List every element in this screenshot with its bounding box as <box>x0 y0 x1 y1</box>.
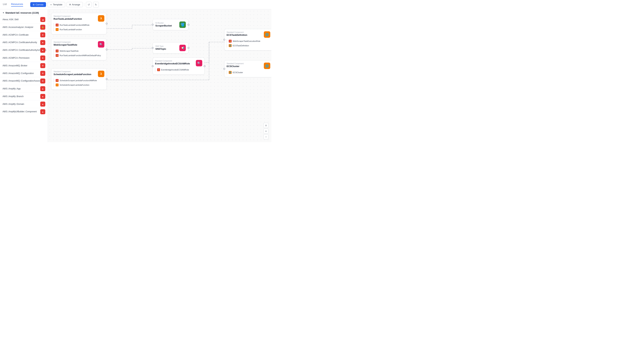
node-icon: 🔍 <box>98 41 104 47</box>
divider <box>84 3 84 6</box>
sidebar-item-alexa-ask-skill[interactable]: Alexa::ASK::Skill ☁ <box>0 15 48 23</box>
resource-icon: 🔒 <box>56 49 58 52</box>
toolbar: ⊞ Canvas ▭ Template ⊞ Arrange ↺ ↻ <box>30 2 99 7</box>
template-label: Template <box>53 3 62 6</box>
sidebar-item-icon: ★ <box>40 55 45 60</box>
node-title: ScheduleScraperLambdaFunction <box>54 73 82 76</box>
sidebar-item-amplify-app[interactable]: AWS::Amplify::App ▲ <box>0 85 48 92</box>
connector-dot-left <box>152 47 154 49</box>
node-s3-bucket[interactable]: S3 Bucket ScraperBucket 🪣 <box>153 19 188 30</box>
connector-dot-left <box>224 68 225 70</box>
resource-icon: λ <box>56 28 58 31</box>
node-resource: 🔒 WebScraperTaskRole <box>54 49 104 53</box>
sidebar-item-amazonmq-config-assoc[interactable]: AWS::AmazonMQ::ConfigurationAssociation … <box>0 77 48 85</box>
node-info: Standard Component WebScraperTaskRole <box>54 41 77 46</box>
node-icon: 🌐 <box>264 31 270 38</box>
resource-icon: 🌐 <box>229 71 232 74</box>
resource-label: ECSCluster <box>233 71 243 73</box>
template-button[interactable]: ▭ Template <box>48 2 65 7</box>
node-eventbridge-ecs-iam[interactable]: Standard Component EventbridgeInvokeECSI… <box>153 58 204 75</box>
sidebar-item-label: AWS::AmazonMQ::ConfigurationAssociation <box>2 80 35 82</box>
sidebar-item-label: AWS::Amplify::Branch <box>2 95 24 98</box>
node-icon: 🪣 <box>179 21 186 28</box>
sidebar-item-acmpca-ca[interactable]: AWS::ACMPCA::CertificateAuthority ★ <box>0 39 48 46</box>
sidebar-item-amplify-ui-builder[interactable]: AWS::AmplifyUIBuilder::Component ▲ <box>0 108 48 115</box>
sidebar-item-icon: ▲ <box>40 102 45 107</box>
node-title: RunTaskLambdaFunction <box>54 17 82 20</box>
node-header: Standard Component WebScraperTaskRole 🔍 <box>54 41 104 47</box>
sidebar-section-label: Standard IaC resources (1134) <box>5 11 39 14</box>
node-schedule-scraper-lambda[interactable]: Standard Component ScheduleScraperLambda… <box>51 68 107 90</box>
sidebar-item-icon: ★ <box>40 32 45 37</box>
canvas-icon: ⊞ <box>33 3 34 6</box>
sidebar-item-acmpca-permission[interactable]: AWS::ACMPCA::Permission ★ <box>0 54 48 62</box>
node-ecs-cluster[interactable]: Standard Component ECSCluster 🌐 🌐 ECSClu… <box>224 60 271 77</box>
node-resource: 🔒 ScheduleScraperLambdaFunctionIAMRole <box>54 78 104 82</box>
resource-label: EventbridgeInvokeECSIAMRole <box>161 69 189 71</box>
sidebar-item-amazonmq-config[interactable]: AWS::AmazonMQ::Configuration ⚙ <box>0 69 48 77</box>
sidebar-item-acmpca-cert[interactable]: AWS::ACMPCA::Certificate ★ <box>0 31 48 39</box>
tab-list[interactable]: List <box>3 3 7 6</box>
sidebar-item-icon: 🔒 <box>40 25 45 30</box>
sidebar-item-icon: ☁ <box>40 17 45 22</box>
arrange-label: Arrange <box>72 3 80 6</box>
sidebar-item-access-analyzer[interactable]: AWS::AccessAnalyzer::Analyzer 🔒 <box>0 23 48 31</box>
sidebar-item-icon: ⚙ <box>40 78 45 83</box>
node-sns-topic[interactable]: SNS Topic SNSTopic 📢 <box>153 42 188 53</box>
node-resource: 🔒 EventbridgeInvokeECSIAMRole <box>155 68 202 72</box>
resource-icon: 🌐 <box>229 44 232 47</box>
sidebar-item-icon: ▲ <box>40 86 45 91</box>
node-label: Standard Component <box>226 31 247 33</box>
sidebar-item-label: AWS::AmplifyUIBuilder::Component <box>2 110 35 113</box>
connector-dot-right <box>204 65 206 67</box>
node-title: SNSTopic <box>155 47 166 51</box>
node-label: Standard Component <box>54 71 82 73</box>
tab-resources[interactable]: Resources <box>11 3 23 6</box>
node-run-task-lambda[interactable]: Standard Component RunTaskLambdaFunction… <box>51 13 107 34</box>
redo-icon: ↻ <box>95 3 97 6</box>
undo-button[interactable]: ↺ <box>86 2 92 7</box>
template-icon: ▭ <box>50 3 52 6</box>
connector-dot-right <box>106 23 108 24</box>
sidebar-item-label: AWS::ACMPCA::CertificateAuthorityActivat… <box>2 49 35 52</box>
fit-button[interactable]: ⊡ <box>264 123 268 128</box>
sidebar-item-label: AWS::ACMPCA::Certificate <box>2 34 29 36</box>
canvas-button[interactable]: ⊞ Canvas <box>30 2 46 7</box>
sidebar-item-label: AWS::ACMPCA::Permission <box>2 57 30 59</box>
connector-dot-left <box>152 24 154 25</box>
sidebar-item-label: AWS::Amplify::App <box>2 87 20 90</box>
sidebar-item-amplify-domain[interactable]: AWS::Amplify::Domain ▲ <box>0 100 48 108</box>
resource-label: ECSTaskDefinition <box>233 44 249 47</box>
connector-dot-left <box>152 65 154 67</box>
sidebar-item-label: Alexa::ASK::Skill <box>2 18 18 21</box>
sidebar-item-acmpca-ca-activation[interactable]: AWS::ACMPCA::CertificateAuthorityActivat… <box>0 46 48 54</box>
node-resource: 🌐 ECSCluster <box>226 70 270 74</box>
node-header: Standard Component RunTaskLambdaFunction… <box>54 15 104 22</box>
main-layout: ▼ Standard IaC resources (1134) Alexa::A… <box>0 9 271 142</box>
node-title: WebScraperTaskRole <box>54 43 77 46</box>
node-ecs-task-definition[interactable]: Standard Component ECSTaskDefinition 🌐 🔒… <box>224 29 271 50</box>
sidebar-item-amplify-branch[interactable]: AWS::Amplify::Branch ▲ <box>0 92 48 100</box>
resource-icon: 🔒 <box>56 79 58 82</box>
zoom-in-button[interactable]: + <box>264 129 268 134</box>
node-header: Standard Component ECSCluster 🌐 <box>226 63 270 69</box>
node-resource: λ ScheduleScraperLambdaFunction <box>54 83 104 87</box>
resource-label: RunTaskLambdaFunctionIAMRoleDefaultPolic… <box>60 54 101 56</box>
sidebar-section-header: ▼ Standard IaC resources (1134) <box>0 9 48 15</box>
node-label: SNS Topic <box>155 45 166 47</box>
node-header: Standard Component ScheduleScraperLambda… <box>54 71 104 77</box>
sidebar-item-amazonmq-broker[interactable]: AWS::AmazonMQ::Broker ⚙ <box>0 62 48 69</box>
node-title: ECSCluster <box>226 65 244 68</box>
node-label: Standard Component <box>226 63 244 64</box>
node-web-scraper-task-role[interactable]: Standard Component WebScraperTaskRole 🔍 … <box>51 39 107 60</box>
resource-label: ScheduleScraperLambdaFunction <box>60 84 89 86</box>
zoom-out-button[interactable]: − <box>264 134 268 139</box>
node-title: ScraperBucket <box>155 24 172 27</box>
node-resource: 🔒 RunTaskLambdaFunctionIAMRole <box>54 23 104 27</box>
node-label: S3 Bucket <box>155 22 172 24</box>
redo-button[interactable]: ↻ <box>93 2 99 7</box>
sidebar-item-label: AWS::AmazonMQ::Broker <box>2 64 28 67</box>
canvas[interactable]: Standard Component RunTaskLambdaFunction… <box>48 9 271 142</box>
node-title: ECSTaskDefinition <box>226 34 247 37</box>
arrange-button[interactable]: ⊞ Arrange <box>66 2 83 7</box>
